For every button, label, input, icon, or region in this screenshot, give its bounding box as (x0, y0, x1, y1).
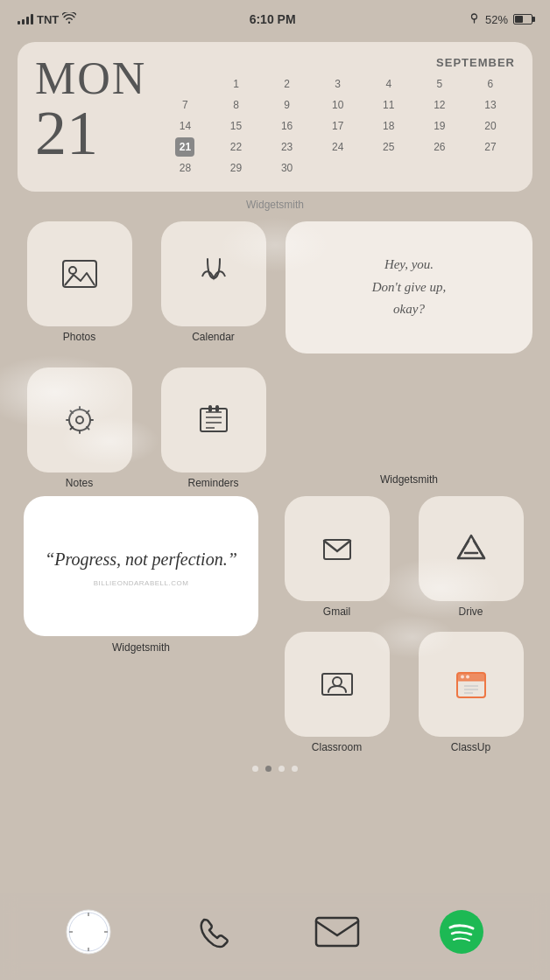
progress-credit: BILLIEONDARABELL.COM (94, 579, 189, 587)
cal-grid-area: SEPTEMBER 1 2 3 4 5 6 7 8 9 10 11 12 13 … (160, 56, 515, 178)
drive-label: Drive (458, 606, 483, 618)
safari-dock-icon[interactable] (62, 906, 115, 958)
notes-app[interactable]: Notes (18, 368, 141, 489)
cal-day-num: 21 (35, 102, 146, 164)
cal-date: 19 (430, 116, 449, 136)
mail-icon[interactable] (311, 906, 363, 958)
drive-app[interactable]: Drive (409, 496, 532, 618)
progress-widget-label: Widgetsmith (112, 641, 170, 654)
status-bar: TNT 6:10 PM 52% (0, 0, 550, 35)
cal-date: 10 (328, 95, 348, 115)
quote-widget[interactable]: Hey, you.Don't give up,okay? (286, 221, 532, 354)
svg-line-8 (70, 411, 73, 414)
cal-date: 12 (430, 95, 449, 115)
widgetsmith-label-1: Widgetsmith (18, 199, 532, 211)
svg-point-0 (471, 14, 476, 19)
calendar-app[interactable]: Calendar (152, 221, 275, 343)
cal-date: 11 (379, 95, 398, 115)
signal-bars-icon (18, 14, 33, 24)
cal-date: 13 (481, 95, 500, 115)
cal-date: 28 (175, 158, 194, 178)
cal-date: 23 (278, 137, 297, 157)
cal-date: 9 (278, 95, 297, 115)
safari-icon[interactable] (62, 906, 115, 958)
cal-date: 2 (278, 74, 297, 94)
page-dot-2[interactable] (265, 766, 271, 772)
classroom-app[interactable]: Classroom (275, 632, 398, 753)
cal-date: 25 (379, 137, 398, 157)
cal-date: 4 (379, 74, 398, 94)
cal-date: 24 (328, 137, 348, 157)
classroom-label: Classroom (312, 741, 362, 753)
page-dot-3[interactable] (279, 766, 285, 772)
status-right: 52% (469, 12, 532, 26)
battery-pct: 52% (485, 13, 508, 26)
cal-date: 22 (226, 137, 245, 157)
battery-icon (513, 14, 532, 24)
cal-date: 14 (175, 116, 194, 136)
cal-date: 8 (226, 95, 245, 115)
reminders-icon[interactable] (161, 368, 266, 472)
svg-rect-1 (63, 261, 96, 287)
cal-date: 15 (226, 116, 245, 136)
cal-date: 27 (481, 137, 500, 157)
spotify-icon[interactable] (435, 906, 488, 958)
svg-line-10 (87, 411, 89, 414)
dock (0, 892, 550, 980)
page-dots (18, 766, 532, 772)
classroom-icon[interactable] (285, 632, 390, 737)
gmail-label: Gmail (323, 606, 350, 618)
gmail-icon[interactable] (285, 496, 390, 601)
svg-rect-37 (316, 918, 358, 946)
status-left: TNT (18, 12, 76, 26)
calendar-app-icon[interactable] (161, 221, 266, 326)
classup-icon[interactable] (419, 632, 524, 737)
svg-rect-18 (208, 405, 212, 412)
calendar-widget[interactable]: MON 21 SEPTEMBER 1 2 3 4 5 6 7 8 9 10 11… (18, 42, 532, 192)
time-display: 6:10 PM (250, 12, 296, 26)
cal-date: 20 (481, 116, 500, 136)
progress-widget[interactable]: “Progress, not perfection.” BILLIEONDARA… (24, 496, 258, 636)
cal-grid: 1 2 3 4 5 6 7 8 9 10 11 12 13 14 15 16 1… (160, 74, 515, 178)
quote-text: Hey, you.Don't give up,okay? (372, 254, 446, 321)
gmail-app[interactable]: Gmail (275, 496, 398, 618)
svg-marker-23 (458, 536, 484, 558)
cal-date: 30 (278, 158, 297, 178)
phone-icon[interactable] (187, 906, 239, 958)
cal-date: 5 (430, 74, 449, 94)
cal-date: 16 (278, 116, 297, 136)
svg-point-2 (69, 267, 76, 274)
cal-date: 1 (226, 74, 245, 94)
notes-icon[interactable] (27, 368, 132, 472)
wifi-icon (62, 12, 76, 26)
reminders-label: Reminders (187, 477, 238, 489)
svg-point-22 (333, 677, 342, 686)
cal-empty (175, 74, 194, 94)
drive-icon[interactable] (419, 496, 524, 601)
classup-label: ClassUp (451, 741, 490, 753)
svg-line-11 (70, 427, 73, 430)
phone-dock-icon[interactable] (187, 906, 239, 958)
mail-dock-icon[interactable] (311, 906, 363, 958)
cal-date: 26 (430, 137, 449, 157)
svg-point-31 (466, 676, 469, 679)
svg-point-30 (461, 676, 464, 679)
page-dot-4[interactable] (292, 766, 298, 772)
progress-widget-container[interactable]: “Progress, not perfection.” BILLIEONDARA… (18, 496, 264, 753)
reminders-app[interactable]: Reminders (152, 368, 275, 489)
progress-text: “Progress, not perfection.” (45, 546, 237, 572)
carrier-label: TNT (37, 13, 59, 26)
cal-date: 3 (328, 74, 348, 94)
page-dot-1[interactable] (252, 766, 258, 772)
widgetsmith-quote-label: Widgetsmith (380, 473, 438, 486)
classup-app[interactable]: ClassUp (409, 632, 532, 753)
svg-point-12 (76, 416, 83, 424)
spotify-dock-icon[interactable] (435, 906, 488, 958)
photos-app[interactable]: Photos (18, 221, 141, 343)
cal-date: 17 (328, 116, 348, 136)
cal-date: 29 (226, 158, 245, 178)
photos-icon[interactable] (27, 221, 132, 326)
location-icon (469, 12, 480, 26)
cal-day-name: MON (35, 56, 146, 102)
cal-date: 6 (481, 74, 500, 94)
